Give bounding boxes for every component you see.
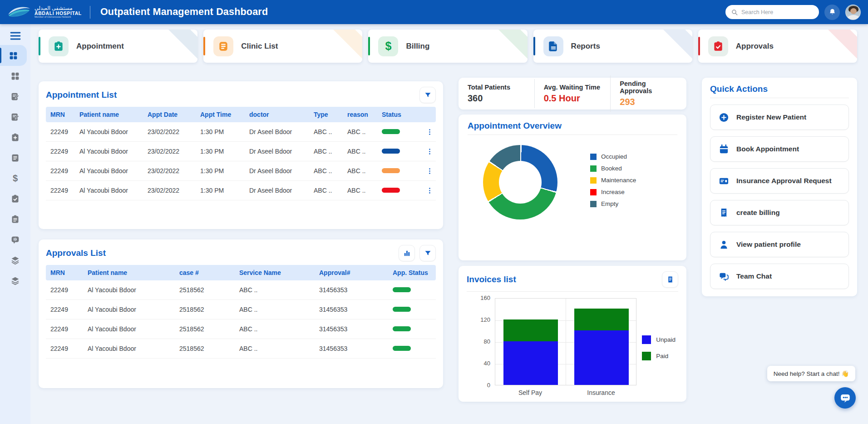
- row-menu-button[interactable]: [419, 148, 436, 155]
- legend-label: Empty: [601, 200, 618, 207]
- cell-mrn: 22249: [46, 325, 83, 333]
- approval-row[interactable]: 22249Al Yacoubi Bdoor2518562ABC ..314563…: [46, 319, 436, 339]
- hospital-tagline: Member of Clemenceau Network: [35, 16, 82, 19]
- cell-type: ABC ..: [309, 167, 343, 175]
- sidebar-item-7[interactable]: [0, 189, 30, 209]
- clipboard-list-icon: [10, 214, 20, 224]
- tab-icon-tile: [213, 36, 233, 56]
- quick-action-label: View patient profile: [736, 240, 801, 249]
- appointment-row[interactable]: 22249Al Yacoubi Bdoor23/02/20221:30 PMDr…: [46, 161, 436, 181]
- bell-icon: [829, 8, 836, 16]
- chat-tooltip: Need help? Start a chat! 👋: [767, 366, 855, 381]
- person-icon: [719, 239, 729, 250]
- cell-reason: ABC ..: [343, 187, 377, 194]
- invoices-list-button[interactable]: [662, 271, 678, 288]
- tab-appointment[interactable]: Appointment: [39, 30, 197, 63]
- stat-label: Avg. Waiting Time: [544, 84, 602, 91]
- quick-actions-card: Quick Actions Register New PatientBook A…: [702, 78, 857, 296]
- bar-chart-icon: [403, 249, 411, 257]
- cell-doctor: Dr Aseel Bdoor: [245, 167, 309, 175]
- appointment-row[interactable]: 22249Al Yacoubi Bdoor23/02/20221:30 PMDr…: [46, 122, 436, 142]
- create-billing-button[interactable]: create billing: [710, 200, 849, 225]
- tab-clinic-list[interactable]: Clinic List: [203, 30, 362, 63]
- column-header: doctor: [245, 111, 309, 118]
- sidebar-item-1[interactable]: [0, 66, 30, 86]
- cell-service: ABC ..: [235, 306, 315, 313]
- team-chat-button[interactable]: Team Chat: [710, 264, 849, 289]
- module-tabs: AppointmentClinic List$BillingReportsApp…: [39, 30, 857, 63]
- invoices-legend: UnpaidPaid: [642, 335, 676, 360]
- x-axis-label: Insurance: [566, 389, 636, 396]
- legend-label: Paid: [656, 353, 668, 359]
- sidebar-item-3[interactable]: [0, 107, 30, 127]
- approval-row[interactable]: 22249Al Yacoubi Bdoor2518562ABC ..314563…: [46, 339, 436, 359]
- approvals-chart-button[interactable]: [399, 245, 415, 261]
- column-header: Status: [377, 111, 419, 118]
- tab-reports[interactable]: Reports: [533, 30, 692, 63]
- quick-action-label: Book Appointment: [736, 145, 799, 153]
- sidebar-item-9[interactable]: [0, 229, 30, 250]
- search-input[interactable]: [741, 9, 809, 15]
- menu-toggle-button[interactable]: [10, 31, 21, 40]
- clipboard-check-icon: [10, 194, 20, 204]
- form-edit-icon: [10, 112, 20, 122]
- approvals-list-card: Approvals List MRNPatient namecase #Serv…: [39, 239, 443, 388]
- legend-swatch: [590, 177, 597, 184]
- receipt-icon: [666, 276, 674, 284]
- sidebar-item-10[interactable]: [0, 250, 30, 270]
- column-header: case #: [175, 269, 235, 276]
- insurance-approval-request-button[interactable]: Insurance Approval Request: [710, 168, 849, 194]
- cell-service: ABC ..: [235, 345, 315, 352]
- chat-launcher-button[interactable]: [834, 387, 856, 409]
- notifications-button[interactable]: [824, 5, 840, 20]
- legend-swatch: [590, 154, 597, 160]
- row-menu-button[interactable]: [419, 167, 436, 175]
- approval-row[interactable]: 22249Al Yacoubi Bdoor2518562ABC ..314563…: [46, 280, 436, 300]
- register-new-patient-button[interactable]: Register New Patient: [710, 105, 849, 130]
- cell-service: ABC ..: [235, 286, 315, 294]
- x-axis-label: Self Pay: [495, 389, 566, 396]
- appointment-filter-button[interactable]: [419, 87, 436, 103]
- column-header: Patient name: [83, 269, 175, 276]
- tab-corner-ribbon: [492, 30, 528, 61]
- column-header: Appt Time: [196, 111, 245, 118]
- app-header: مستشفى العبدلي ABDALI HOSPITAL Member of…: [0, 0, 868, 24]
- sidebar-item-8[interactable]: [0, 209, 30, 229]
- cell-date: 23/02/2022: [143, 128, 196, 135]
- invoices-card: Invoices list 04080120160Self PayInsuran…: [459, 266, 686, 402]
- row-menu-button[interactable]: [419, 128, 436, 136]
- book-appointment-button[interactable]: Book Appointment: [710, 136, 849, 162]
- cell-service: ABC ..: [235, 325, 315, 333]
- appointment-row[interactable]: 22249Al Yacoubi Bdoor23/02/20221:30 PMDr…: [46, 142, 436, 161]
- appointment-list-card: Appointment List MRNPatient nameAppt Dat…: [39, 81, 443, 229]
- approval-row[interactable]: 22249Al Yacoubi Bdoor2518562ABC ..314563…: [46, 300, 436, 319]
- view-patient-profile-button[interactable]: View patient profile: [710, 232, 849, 257]
- tab-approvals[interactable]: Approvals: [698, 30, 857, 63]
- sidebar-item-5[interactable]: [0, 148, 30, 168]
- cell-patient: Al Yacoubi Bdoor: [83, 306, 175, 313]
- y-axis-tick: 160: [467, 294, 490, 301]
- report-file-icon: [547, 40, 559, 52]
- cell-date: 23/02/2022: [143, 148, 196, 155]
- sidebar-item-4[interactable]: [0, 127, 30, 148]
- legend-label: Maintenance: [601, 177, 636, 184]
- appointment-overview-donut-chart: [483, 145, 557, 219]
- sidebar-item-0-active[interactable]: [0, 45, 27, 66]
- tab-billing[interactable]: $Billing: [368, 30, 527, 63]
- cell-date: 23/02/2022: [143, 187, 196, 194]
- dots-vertical-icon: [426, 167, 434, 175]
- calendar-icon: [719, 144, 729, 155]
- sidebar-item-6[interactable]: $: [0, 168, 30, 189]
- bar-segment-paid: [574, 309, 629, 330]
- legend-item-increase: Increase: [590, 189, 636, 195]
- search-bar[interactable]: [725, 5, 819, 19]
- user-avatar[interactable]: [845, 5, 861, 20]
- row-menu-button[interactable]: [419, 187, 436, 195]
- bar-segment-unpaid: [503, 341, 558, 385]
- quick-action-label: create billing: [736, 209, 780, 217]
- appointment-row[interactable]: 22249Al Yacoubi Bdoor23/02/20221:30 PMDr…: [46, 181, 436, 200]
- sidebar-item-11[interactable]: [0, 270, 30, 291]
- sidebar-item-2[interactable]: [0, 86, 30, 107]
- approvals-filter-button[interactable]: [419, 245, 436, 261]
- donut-legend: OccupiedBookedMaintenanceIncreaseEmpty: [590, 153, 636, 207]
